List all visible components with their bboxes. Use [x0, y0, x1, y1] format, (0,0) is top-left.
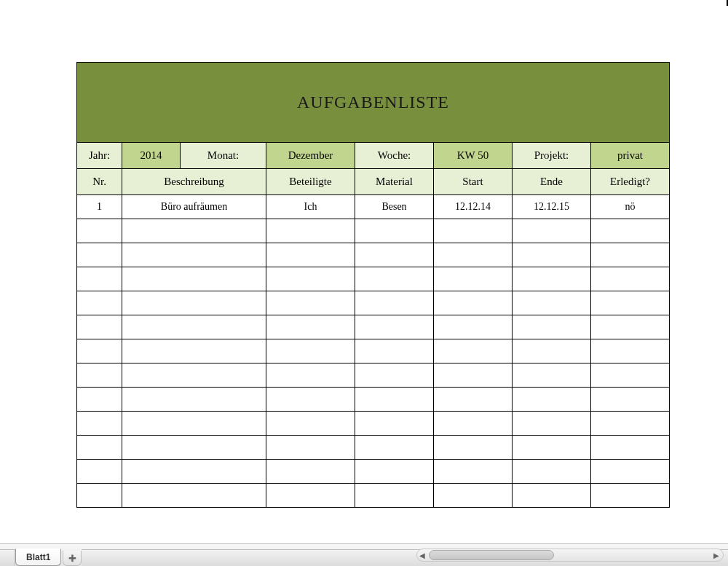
cell-ende[interactable] [513, 219, 591, 243]
cell-nr[interactable] [77, 363, 122, 388]
cell-beschreibung[interactable] [122, 363, 266, 388]
meta-projekt-label[interactable]: Projekt: [513, 143, 591, 169]
cell-start[interactable] [434, 484, 513, 508]
col-header-erledigt[interactable]: Erledigt? [591, 169, 670, 195]
cell-erledigt[interactable] [591, 219, 670, 243]
cell-material[interactable] [355, 291, 434, 315]
cell-beteiligte[interactable] [266, 363, 355, 388]
cell-ende[interactable] [513, 243, 591, 267]
meta-projekt-value[interactable]: privat [591, 143, 670, 169]
cell-erledigt[interactable] [591, 388, 670, 412]
cell-beteiligte[interactable] [266, 315, 355, 339]
cell-nr[interactable] [77, 267, 122, 291]
cell-ende[interactable] [513, 267, 591, 291]
cell-beschreibung[interactable] [122, 267, 266, 291]
cell-nr[interactable] [77, 460, 122, 484]
cell-start[interactable] [434, 363, 513, 388]
cell-material[interactable] [355, 388, 434, 412]
col-header-beteiligte[interactable]: Beteiligte [266, 169, 355, 195]
scroll-left-icon[interactable]: ◀ [417, 551, 427, 559]
cell-material[interactable] [355, 267, 434, 291]
cell-ende[interactable] [513, 315, 591, 339]
cell-beteiligte[interactable] [266, 267, 355, 291]
cell-material[interactable] [355, 412, 434, 436]
scroll-right-icon[interactable]: ▶ [711, 551, 721, 559]
cell-ende[interactable] [513, 388, 591, 412]
cell-material[interactable] [355, 436, 434, 460]
cell-start[interactable] [434, 291, 513, 315]
cell-erledigt[interactable] [591, 363, 670, 388]
cell-erledigt[interactable] [591, 243, 670, 267]
col-header-material[interactable]: Material [355, 169, 434, 195]
cell-start[interactable] [434, 436, 513, 460]
sheet-tab-blatt1[interactable]: Blatt1 [15, 549, 61, 566]
cell-beteiligte[interactable] [266, 484, 355, 508]
cell-material[interactable] [355, 484, 434, 508]
cell-beteiligte[interactable] [266, 291, 355, 315]
cell-ende[interactable] [513, 363, 591, 388]
cell-start[interactable] [434, 267, 513, 291]
cell-beschreibung[interactable] [122, 219, 266, 243]
cell-ende[interactable] [513, 291, 591, 315]
cell-beteiligte[interactable] [266, 388, 355, 412]
cell-ende[interactable] [513, 436, 591, 460]
cell-beteiligte[interactable] [266, 460, 355, 484]
col-header-start[interactable]: Start [434, 169, 513, 195]
cell-ende[interactable] [513, 412, 591, 436]
cell-beschreibung[interactable] [122, 460, 266, 484]
add-sheet-button[interactable]: ✚ [63, 551, 82, 566]
cell-beteiligte[interactable] [266, 339, 355, 363]
cell-start[interactable] [434, 339, 513, 363]
cell-beschreibung[interactable] [122, 484, 266, 508]
cell-beteiligte[interactable] [266, 412, 355, 436]
meta-jahr-label[interactable]: Jahr: [77, 143, 122, 169]
cell-start[interactable] [434, 460, 513, 484]
cell-erledigt[interactable] [591, 339, 670, 363]
cell-nr[interactable] [77, 243, 122, 267]
cell-nr[interactable]: 1 [77, 195, 122, 219]
cell-nr[interactable] [77, 315, 122, 339]
meta-monat-value[interactable]: Dezember [266, 143, 355, 169]
meta-monat-label[interactable]: Monat: [181, 143, 266, 169]
cell-erledigt[interactable] [591, 436, 670, 460]
cell-beschreibung[interactable] [122, 412, 266, 436]
cell-erledigt[interactable] [591, 484, 670, 508]
col-header-beschreibung[interactable]: Beschreibung [122, 169, 266, 195]
cell-beschreibung[interactable] [122, 243, 266, 267]
cell-beschreibung[interactable] [122, 291, 266, 315]
col-header-ende[interactable]: Ende [513, 169, 591, 195]
meta-woche-value[interactable]: KW 50 [434, 143, 513, 169]
cell-beschreibung[interactable]: Büro aufräumen [122, 195, 266, 219]
cell-nr[interactable] [77, 484, 122, 508]
cell-ende[interactable] [513, 339, 591, 363]
cell-ende[interactable] [513, 484, 591, 508]
cell-nr[interactable] [77, 436, 122, 460]
cell-start[interactable] [434, 219, 513, 243]
cell-nr[interactable] [77, 219, 122, 243]
cell-beteiligte[interactable] [266, 436, 355, 460]
col-header-nr[interactable]: Nr. [77, 169, 122, 195]
cell-start[interactable] [434, 243, 513, 267]
horizontal-scrollbar[interactable]: ◀ ▶ [416, 549, 724, 562]
cell-material[interactable] [355, 315, 434, 339]
cell-erledigt[interactable]: nö [591, 195, 670, 219]
cell-nr[interactable] [77, 412, 122, 436]
cell-material[interactable] [355, 219, 434, 243]
meta-woche-label[interactable]: Woche: [355, 143, 434, 169]
cell-erledigt[interactable] [591, 267, 670, 291]
cell-beschreibung[interactable] [122, 436, 266, 460]
cell-erledigt[interactable] [591, 460, 670, 484]
cell-start[interactable] [434, 315, 513, 339]
cell-material[interactable] [355, 460, 434, 484]
cell-ende[interactable] [513, 460, 591, 484]
scroll-thumb[interactable] [429, 550, 554, 560]
cell-start[interactable]: 12.12.14 [434, 195, 513, 219]
cell-start[interactable] [434, 412, 513, 436]
cell-material[interactable] [355, 243, 434, 267]
cell-erledigt[interactable] [591, 412, 670, 436]
cell-ende[interactable]: 12.12.15 [513, 195, 591, 219]
cell-start[interactable] [434, 388, 513, 412]
cell-beteiligte[interactable]: Ich [266, 195, 355, 219]
cell-material[interactable] [355, 339, 434, 363]
cell-beschreibung[interactable] [122, 388, 266, 412]
